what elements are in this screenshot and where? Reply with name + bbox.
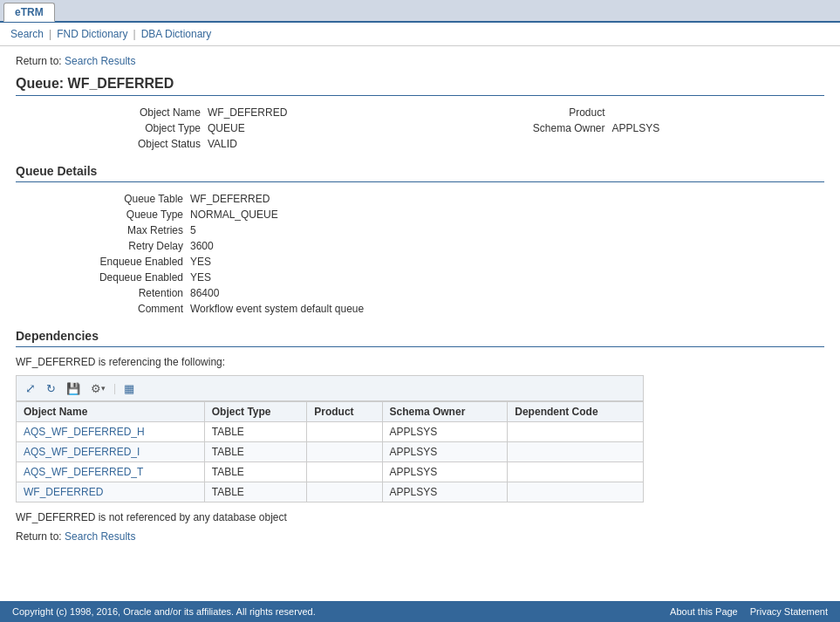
main-content: Return to: Search Results Queue: WF_DEFE…: [0, 46, 840, 601]
queue-detail-label: Retry Delay: [16, 238, 190, 254]
settings-button[interactable]: ⚙ ▾: [87, 380, 109, 397]
refresh-button[interactable]: ↻: [43, 380, 59, 397]
dep-table-col-header: Dependent Code: [508, 402, 644, 422]
footer-links: About this Page Privacy Statement: [670, 606, 828, 617]
queue-detail-label: Max Retries: [16, 222, 190, 238]
return-to-top-prefix: Return to:: [16, 55, 65, 67]
copyright-text: Copyright (c) 1998, 2016, Oracle and/or …: [12, 606, 316, 617]
object-name-value: WF_DEFERRED: [208, 105, 420, 120]
not-ref-text: WF_DEFERRED is not referenced by any dat…: [16, 511, 824, 523]
dep-object-name-link[interactable]: AQS_WF_DEFERRED_H: [17, 422, 205, 442]
dep-table-cell: [307, 422, 382, 442]
product-value: [612, 105, 825, 120]
dep-table-body: AQS_WF_DEFERRED_HTABLEAPPLSYSAQS_WF_DEFE…: [17, 422, 644, 502]
tab-etrm[interactable]: eTRM: [3, 3, 55, 22]
nav-dba-dictionary[interactable]: DBA Dictionary: [141, 28, 212, 40]
dep-table-cell: TABLE: [204, 442, 306, 462]
table-row: WF_DEFERREDTABLEAPPLSYS: [17, 482, 644, 502]
return-to-bottom-link[interactable]: Search Results: [65, 530, 135, 543]
queue-details-header: Queue Details: [16, 164, 824, 182]
dependencies-header: Dependencies: [16, 329, 824, 347]
nav-bar: Search | FND Dictionary | DBA Dictionary: [0, 23, 840, 46]
return-to-bottom: Return to: Search Results: [16, 530, 824, 543]
table-row: AQS_WF_DEFERRED_HTABLEAPPLSYS: [17, 422, 644, 442]
table-toolbar: ⤢ ↻ 💾 ⚙ ▾ | ▦: [16, 375, 644, 401]
schema-owner-value: APPLSYS: [612, 120, 825, 136]
queue-detail-label: Queue Type: [16, 207, 190, 222]
dep-table-cell: [508, 462, 644, 482]
expand-button[interactable]: ⤢: [22, 379, 39, 397]
queue-detail-value: Workflow event system default queue: [190, 301, 824, 317]
dropdown-arrow-icon: ▾: [101, 384, 106, 393]
tab-bar: eTRM: [0, 0, 840, 23]
dep-table-cell: TABLE: [204, 462, 306, 482]
save-icon: 💾: [66, 382, 80, 395]
dep-table-cell: [508, 482, 644, 502]
dep-table-col-header: Object Type: [204, 402, 306, 422]
empty-value-1: [612, 136, 825, 152]
dep-table-col-header: Product: [307, 402, 382, 422]
nav-fnd-dictionary[interactable]: FND Dictionary: [57, 28, 127, 40]
dep-table-cell: APPLSYS: [382, 442, 508, 462]
dependencies-table: Object NameObject TypeProductSchema Owne…: [16, 401, 644, 502]
grid-button[interactable]: ▦: [120, 380, 138, 397]
dep-table-header-row: Object NameObject TypeProductSchema Owne…: [17, 402, 644, 422]
dep-table-cell: APPLSYS: [382, 482, 508, 502]
page-title: Queue: WF_DEFERRED: [16, 76, 824, 96]
dep-object-name-link[interactable]: AQS_WF_DEFERRED_I: [17, 442, 205, 462]
dep-table-cell: APPLSYS: [382, 422, 508, 442]
dep-table-col-header: Object Name: [17, 402, 205, 422]
queue-details-grid: Queue TableWF_DEFERREDQueue TypeNORMAL_Q…: [16, 191, 824, 317]
return-to-bottom-prefix: Return to:: [16, 530, 65, 543]
table-row: AQS_WF_DEFERRED_ITABLEAPPLSYS: [17, 442, 644, 462]
save-button[interactable]: 💾: [63, 380, 84, 397]
dep-object-name-link[interactable]: WF_DEFERRED: [17, 482, 205, 502]
dep-table-cell: [307, 482, 382, 502]
expand-icon: ⤢: [25, 381, 36, 395]
object-type-value: QUEUE: [208, 120, 420, 136]
dep-table-cell: [508, 422, 644, 442]
queue-detail-value: 86400: [190, 285, 824, 301]
object-status-label: Object Status: [16, 136, 208, 152]
queue-detail-label: Retention: [16, 285, 190, 301]
dep-table-cell: TABLE: [204, 482, 306, 502]
queue-detail-value: 3600: [190, 238, 824, 254]
dep-ref-text: WF_DEFERRED is referencing the following…: [16, 356, 824, 368]
queue-detail-label: Queue Table: [16, 191, 190, 207]
dep-table-cell: APPLSYS: [382, 462, 508, 482]
dep-table-cell: [307, 462, 382, 482]
about-page-link[interactable]: About this Page: [670, 606, 738, 617]
queue-detail-value: WF_DEFERRED: [190, 191, 824, 207]
schema-owner-label: Schema Owner: [420, 120, 612, 136]
toolbar-sep: |: [113, 382, 116, 394]
queue-detail-value: 5: [190, 222, 824, 238]
queue-detail-label: Dequeue Enabled: [16, 270, 190, 285]
dep-table-col-header: Schema Owner: [382, 402, 508, 422]
queue-detail-value: YES: [190, 254, 824, 270]
object-name-label: Object Name: [16, 105, 208, 120]
dep-table-cell: [508, 442, 644, 462]
nav-sep-1: |: [49, 28, 51, 40]
footer: Copyright (c) 1998, 2016, Oracle and/or …: [0, 601, 840, 622]
object-info-grid: Object Name WF_DEFERRED Product Object T…: [16, 105, 824, 152]
grid-icon: ▦: [124, 382, 134, 395]
return-to-top: Return to: Search Results: [16, 55, 824, 67]
gear-icon: ⚙: [91, 382, 101, 395]
queue-detail-label: Enqueue Enabled: [16, 254, 190, 270]
refresh-icon: ↻: [46, 382, 56, 395]
table-row: AQS_WF_DEFERRED_TTABLEAPPLSYS: [17, 462, 644, 482]
queue-detail-label: Comment: [16, 301, 190, 317]
object-type-label: Object Type: [16, 120, 208, 136]
nav-sep-2: |: [133, 28, 136, 40]
return-to-top-link[interactable]: Search Results: [65, 55, 135, 67]
queue-detail-value: YES: [190, 270, 824, 285]
object-status-value: VALID: [208, 136, 420, 152]
nav-search[interactable]: Search: [10, 28, 44, 40]
dep-object-name-link[interactable]: AQS_WF_DEFERRED_T: [17, 462, 205, 482]
dep-table-cell: TABLE: [204, 422, 306, 442]
product-label: Product: [420, 105, 612, 120]
empty-label-1: [420, 136, 612, 152]
dep-table-cell: [307, 442, 382, 462]
dep-table-head: Object NameObject TypeProductSchema Owne…: [17, 402, 644, 422]
privacy-statement-link[interactable]: Privacy Statement: [750, 606, 828, 617]
